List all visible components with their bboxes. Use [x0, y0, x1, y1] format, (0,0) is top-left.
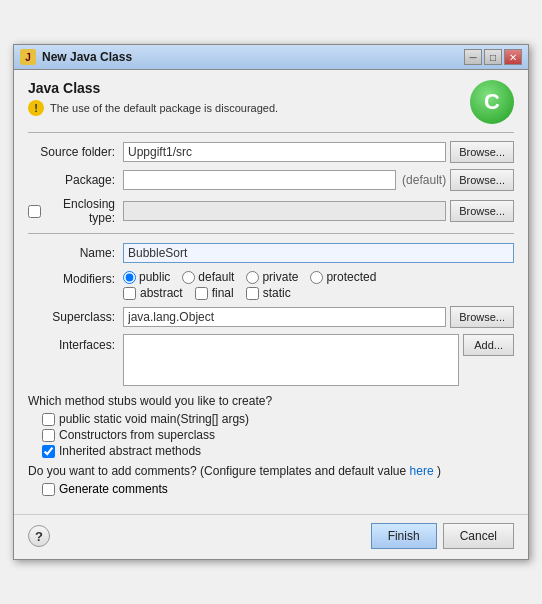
interfaces-textarea[interactable]	[123, 334, 459, 386]
package-label: Package:	[28, 173, 123, 187]
warning-text: The use of the default package is discou…	[50, 102, 278, 114]
warning-row: ! The use of the default package is disc…	[28, 100, 278, 116]
modifier-default-radio[interactable]	[182, 271, 195, 284]
stub-inherited-checkbox[interactable]	[42, 445, 55, 458]
window-title: New Java Class	[42, 50, 132, 64]
footer-action-buttons: Finish Cancel	[371, 523, 514, 549]
name-input[interactable]	[123, 243, 514, 263]
interfaces-field: Add...	[123, 334, 514, 386]
final-checkbox-row: final	[195, 286, 234, 300]
mid-divider	[28, 233, 514, 234]
window-icon: J	[20, 49, 36, 65]
superclass-row: Superclass: Browse...	[28, 306, 514, 328]
interfaces-label: Interfaces:	[28, 334, 123, 352]
abstract-label: abstract	[140, 286, 183, 300]
restore-button[interactable]: □	[484, 49, 502, 65]
name-row: Name:	[28, 242, 514, 264]
final-checkbox[interactable]	[195, 287, 208, 300]
package-input[interactable]	[123, 170, 396, 190]
superclass-browse-button[interactable]: Browse...	[450, 306, 514, 328]
close-button[interactable]: ✕	[504, 49, 522, 65]
abstract-checkbox[interactable]	[123, 287, 136, 300]
title-buttons: ─ □ ✕	[464, 49, 522, 65]
minimize-button[interactable]: ─	[464, 49, 482, 65]
stub-main-checkbox[interactable]	[42, 413, 55, 426]
stub-item-inherited: Inherited abstract methods	[42, 444, 514, 458]
source-folder-field: Browse...	[123, 141, 514, 163]
stub-item-constructors: Constructors from superclass	[42, 428, 514, 442]
title-bar-left: J New Java Class	[20, 49, 132, 65]
main-window: J New Java Class ─ □ ✕ Java Class ! The …	[13, 44, 529, 560]
interfaces-buttons: Add...	[463, 334, 514, 356]
modifiers-row: Modifiers: public default private	[28, 270, 514, 300]
modifier-protected-label: protected	[326, 270, 376, 284]
access-modifiers: public default private protected	[123, 270, 376, 284]
package-field: (default) Browse...	[123, 169, 514, 191]
static-label: static	[263, 286, 291, 300]
enclosing-checkbox[interactable]	[28, 205, 41, 218]
modifier-private-label: private	[262, 270, 298, 284]
enclosing-type-row: Enclosing type: Browse...	[28, 197, 514, 225]
modifier-public-radio[interactable]	[123, 271, 136, 284]
non-access-modifiers: abstract final static	[123, 286, 376, 300]
final-label: final	[212, 286, 234, 300]
source-folder-browse-button[interactable]: Browse...	[450, 141, 514, 163]
title-bar: J New Java Class ─ □ ✕	[14, 45, 528, 70]
name-label: Name:	[28, 246, 123, 260]
stub-constructors-checkbox[interactable]	[42, 429, 55, 442]
stub-constructors-label: Constructors from superclass	[59, 428, 215, 442]
generate-comments-label: Generate comments	[59, 482, 168, 496]
package-browse-button[interactable]: Browse...	[450, 169, 514, 191]
stub-inherited-label: Inherited abstract methods	[59, 444, 201, 458]
source-folder-label: Source folder:	[28, 145, 123, 159]
comments-link[interactable]: here	[410, 464, 434, 478]
modifier-default-item: default	[182, 270, 234, 284]
eclipse-logo: C	[470, 80, 514, 124]
help-button[interactable]: ?	[28, 525, 50, 547]
stubs-section: Which method stubs would you like to cre…	[28, 394, 514, 458]
modifier-private-radio[interactable]	[246, 271, 259, 284]
modifier-private-item: private	[246, 270, 298, 284]
dialog-content: Java Class ! The use of the default pack…	[14, 70, 528, 506]
finish-button[interactable]: Finish	[371, 523, 437, 549]
abstract-checkbox-row: abstract	[123, 286, 183, 300]
package-default-text: (default)	[402, 173, 446, 187]
superclass-field: Browse...	[123, 306, 514, 328]
interfaces-row: Interfaces: Add...	[28, 334, 514, 386]
section-title: Java Class	[28, 80, 278, 96]
modifier-default-label: default	[198, 270, 234, 284]
modifier-protected-radio[interactable]	[310, 271, 323, 284]
package-row: Package: (default) Browse...	[28, 169, 514, 191]
modifiers-label: Modifiers:	[28, 270, 123, 286]
name-field	[123, 243, 514, 263]
stub-main-label: public static void main(String[] args)	[59, 412, 249, 426]
section-header: Java Class ! The use of the default pack…	[28, 80, 514, 124]
static-checkbox[interactable]	[246, 287, 259, 300]
stubs-question: Which method stubs would you like to cre…	[28, 394, 514, 408]
generate-comments-checkbox[interactable]	[42, 483, 55, 496]
modifier-public-item: public	[123, 270, 170, 284]
comments-checkbox-row: Generate comments	[42, 482, 514, 496]
enclosing-label: Enclosing type:	[28, 197, 123, 225]
header-left: Java Class ! The use of the default pack…	[28, 80, 278, 116]
dialog-footer: ? Finish Cancel	[14, 514, 528, 559]
stub-item-main: public static void main(String[] args)	[42, 412, 514, 426]
modifier-protected-item: protected	[310, 270, 376, 284]
enclosing-field: Browse...	[123, 200, 514, 222]
static-checkbox-row: static	[246, 286, 291, 300]
enclosing-browse-button[interactable]: Browse...	[450, 200, 514, 222]
source-folder-row: Source folder: Browse...	[28, 141, 514, 163]
enclosing-input	[123, 201, 446, 221]
comments-question: Do you want to add comments? (Configure …	[28, 464, 514, 478]
superclass-input[interactable]	[123, 307, 446, 327]
cancel-button[interactable]: Cancel	[443, 523, 514, 549]
warning-icon: !	[28, 100, 44, 116]
source-folder-input[interactable]	[123, 142, 446, 162]
superclass-label: Superclass:	[28, 310, 123, 324]
header-divider	[28, 132, 514, 133]
modifiers-field: public default private protected	[123, 270, 376, 300]
modifier-public-label: public	[139, 270, 170, 284]
interfaces-add-button[interactable]: Add...	[463, 334, 514, 356]
comments-section: Do you want to add comments? (Configure …	[28, 464, 514, 496]
